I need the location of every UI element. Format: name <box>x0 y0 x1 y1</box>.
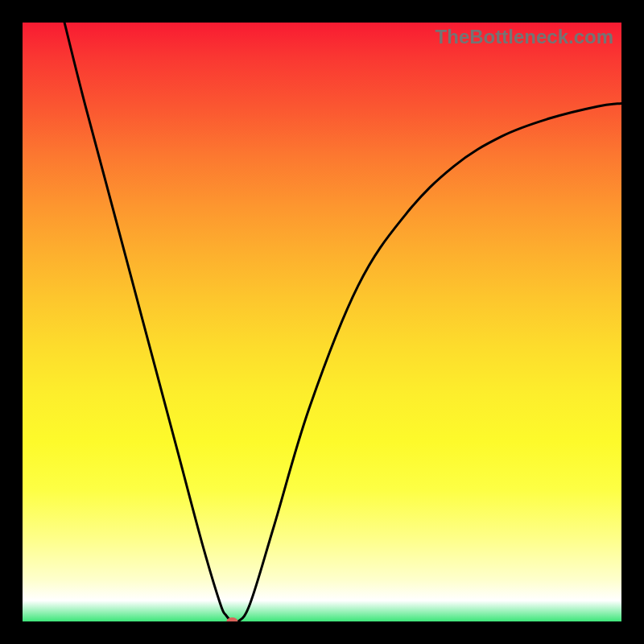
watermark-text: TheBottleneck.com <box>436 26 613 48</box>
optimal-marker <box>226 617 237 621</box>
plot-area: TheBottleneck.com <box>23 23 621 621</box>
bottleneck-curve <box>64 23 621 621</box>
chart-frame: TheBottleneck.com <box>0 0 644 644</box>
curve-svg <box>23 23 621 621</box>
